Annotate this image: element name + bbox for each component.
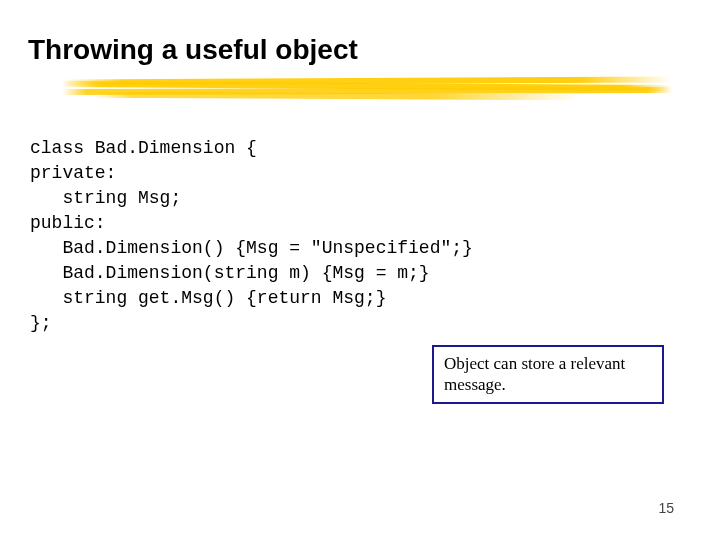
title-underline-decoration — [62, 78, 672, 104]
callout-text: Object can store a relevant message. — [444, 354, 625, 394]
callout-box: Object can store a relevant message. — [432, 345, 664, 404]
slide-title: Throwing a useful object — [28, 34, 358, 66]
code-block: class Bad.Dimension { private: string Ms… — [30, 136, 473, 336]
page-number: 15 — [658, 500, 674, 516]
